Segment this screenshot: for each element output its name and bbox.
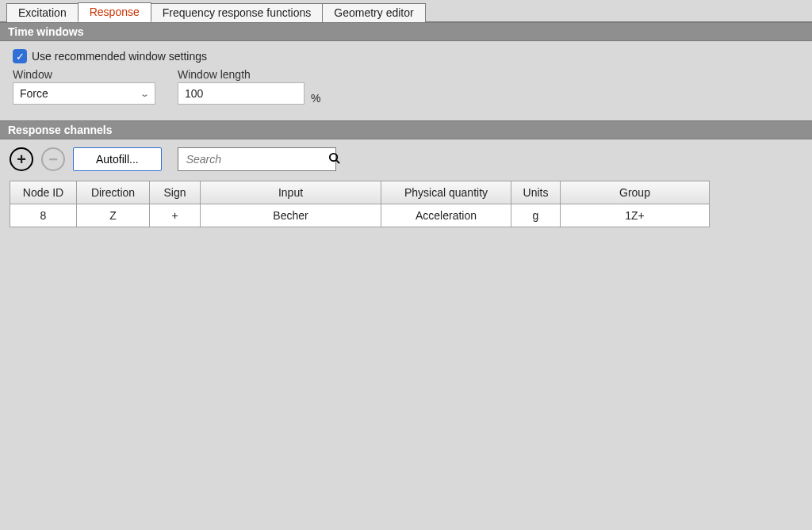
tab-bar: Excitation Response Frequency response f… (0, 0, 812, 22)
cell-sign[interactable]: + (150, 204, 201, 227)
minus-icon: − (48, 151, 58, 167)
use-recommended-checkbox[interactable]: ✓ (13, 49, 27, 63)
col-node-id[interactable]: Node ID (10, 181, 77, 204)
cell-direction[interactable]: Z (77, 204, 150, 227)
col-input[interactable]: Input (201, 181, 381, 204)
tab-frf[interactable]: Frequency response functions (151, 3, 324, 22)
window-length-value: 100 (185, 87, 203, 100)
chevron-down-icon: ⌄ (140, 89, 150, 99)
plus-icon: + (17, 151, 26, 167)
tab-excitation[interactable]: Excitation (6, 3, 79, 22)
time-windows-body: ✓ Use recommended window settings Window… (0, 41, 812, 120)
col-units[interactable]: Units (511, 181, 561, 204)
cell-group[interactable]: 1Z+ (561, 204, 710, 227)
check-icon: ✓ (16, 51, 25, 62)
col-physical-quantity[interactable]: Physical quantity (381, 181, 511, 204)
cell-units[interactable]: g (511, 204, 561, 227)
window-length-label: Window length (178, 68, 320, 81)
svg-point-0 (330, 154, 337, 161)
window-length-input[interactable]: 100 (178, 82, 304, 105)
response-channels-header: Response channels (0, 120, 812, 139)
col-direction[interactable]: Direction (77, 181, 150, 204)
search-input[interactable] (185, 152, 328, 166)
use-recommended-label: Use recommended window settings (32, 50, 207, 63)
response-channels-toolbar: + − Autofill... (0, 139, 812, 181)
window-select-value: Force (20, 87, 48, 100)
search-field-wrap[interactable] (178, 147, 336, 171)
remove-channel-button: − (41, 147, 65, 171)
time-windows-header: Time windows (0, 22, 812, 41)
tab-response[interactable]: Response (78, 2, 151, 22)
response-channels-table: Node ID Direction Sign Input Physical qu… (10, 181, 710, 227)
cell-node-id[interactable]: 8 (10, 204, 77, 227)
cell-physical-quantity[interactable]: Acceleration (381, 204, 511, 227)
add-channel-button[interactable]: + (10, 147, 33, 171)
svg-line-1 (336, 160, 339, 163)
tab-geometry[interactable]: Geometry editor (322, 3, 425, 22)
search-icon (328, 152, 340, 166)
col-sign[interactable]: Sign (150, 181, 201, 204)
window-label: Window (13, 68, 155, 81)
window-length-unit: % (311, 92, 320, 105)
window-select[interactable]: Force ⌄ (13, 82, 155, 105)
col-group[interactable]: Group (561, 181, 710, 204)
cell-input[interactable]: Becher (201, 204, 381, 227)
autofill-button[interactable]: Autofill... (73, 147, 162, 171)
